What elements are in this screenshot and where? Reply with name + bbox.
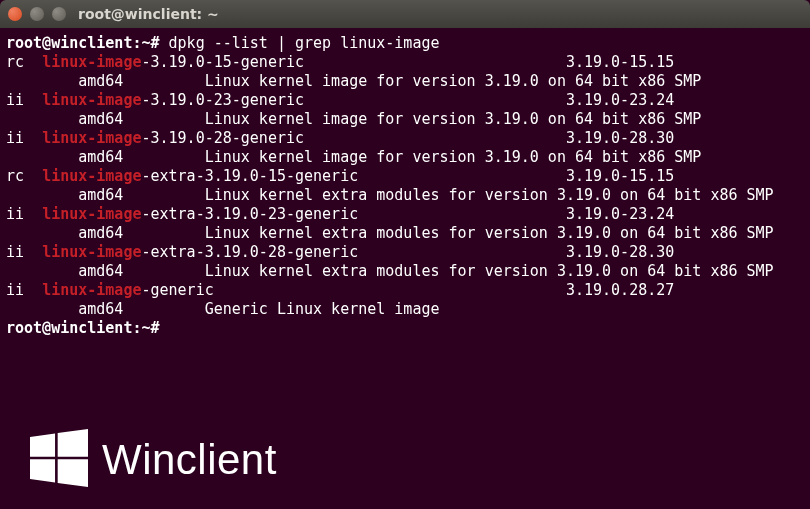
pkg-arch: amd64	[6, 186, 205, 204]
pkg-arch: amd64	[6, 148, 205, 166]
pkg-name-suffix: -3.19.0-23-generic	[141, 91, 565, 109]
watermark: Winclient	[30, 429, 277, 491]
svg-marker-0	[30, 434, 55, 457]
pkg-status: ii	[6, 243, 42, 261]
pkg-name-highlight: linux-image	[42, 281, 141, 299]
package-row: ii linux-image-generic 3.19.0.28.27	[6, 281, 804, 300]
pkg-desc: Generic Linux kernel image	[205, 300, 440, 318]
package-row: rc linux-image-extra-3.19.0-15-generic 3…	[6, 167, 804, 186]
pkg-name-suffix: -3.19.0-28-generic	[141, 129, 565, 147]
package-row: ii linux-image-3.19.0-28-generic 3.19.0-…	[6, 129, 804, 148]
svg-marker-1	[58, 429, 88, 457]
pkg-name-highlight: linux-image	[42, 243, 141, 261]
package-row: ii linux-image-extra-3.19.0-23-generic 3…	[6, 205, 804, 224]
pkg-arch: amd64	[6, 72, 205, 90]
pkg-name-suffix: -3.19.0-15-generic	[141, 53, 565, 71]
pkg-name-highlight: linux-image	[42, 91, 141, 109]
package-row: ii linux-image-extra-3.19.0-28-generic 3…	[6, 243, 804, 262]
pkg-name-suffix: -extra-3.19.0-28-generic	[141, 243, 565, 261]
package-row: ii linux-image-3.19.0-23-generic 3.19.0-…	[6, 91, 804, 110]
prompt-line: root@winclient:~#	[6, 319, 804, 338]
watermark-text: Winclient	[102, 436, 277, 484]
pkg-name-suffix: -extra-3.19.0-23-generic	[141, 205, 565, 223]
pkg-status: ii	[6, 205, 42, 223]
minimize-icon[interactable]	[30, 7, 44, 21]
package-desc-row: amd64 Linux kernel image for version 3.1…	[6, 148, 804, 167]
command-line: root@winclient:~# dpkg --list | grep lin…	[6, 34, 804, 53]
pkg-version: 3.19.0-28.30	[566, 243, 674, 261]
package-desc-row: amd64 Linux kernel image for version 3.1…	[6, 110, 804, 129]
pkg-status: rc	[6, 53, 42, 71]
pkg-desc: Linux kernel extra modules for version 3…	[205, 186, 774, 204]
pkg-status: ii	[6, 91, 42, 109]
maximize-icon[interactable]	[52, 7, 66, 21]
pkg-status: ii	[6, 281, 42, 299]
pkg-version: 3.19.0.28.27	[566, 281, 674, 299]
svg-marker-3	[58, 459, 88, 487]
prompt: root@winclient:~#	[6, 34, 169, 52]
pkg-desc: Linux kernel extra modules for version 3…	[205, 262, 774, 280]
pkg-version: 3.19.0-23.24	[566, 91, 674, 109]
pkg-name-highlight: linux-image	[42, 53, 141, 71]
pkg-version: 3.19.0-15.15	[566, 167, 674, 185]
pkg-arch: amd64	[6, 110, 205, 128]
pkg-desc: Linux kernel image for version 3.19.0 on…	[205, 148, 702, 166]
pkg-arch: amd64	[6, 262, 205, 280]
pkg-name-highlight: linux-image	[42, 129, 141, 147]
package-desc-row: amd64 Linux kernel extra modules for ver…	[6, 224, 804, 243]
titlebar: root@winclient: ~	[0, 0, 810, 28]
pkg-version: 3.19.0-15.15	[566, 53, 674, 71]
package-desc-row: amd64 Linux kernel extra modules for ver…	[6, 262, 804, 281]
close-icon[interactable]	[8, 7, 22, 21]
pkg-name-suffix: -extra-3.19.0-15-generic	[141, 167, 565, 185]
command-text: dpkg --list | grep linux-image	[169, 34, 440, 52]
windows-logo-icon	[30, 429, 88, 491]
pkg-arch: amd64	[6, 300, 205, 318]
pkg-version: 3.19.0-28.30	[566, 129, 674, 147]
pkg-desc: Linux kernel image for version 3.19.0 on…	[205, 110, 702, 128]
pkg-name-highlight: linux-image	[42, 205, 141, 223]
pkg-name-suffix: -generic	[141, 281, 565, 299]
pkg-desc: Linux kernel image for version 3.19.0 on…	[205, 72, 702, 90]
package-desc-row: amd64 Linux kernel image for version 3.1…	[6, 72, 804, 91]
pkg-status: ii	[6, 129, 42, 147]
package-desc-row: amd64 Linux kernel extra modules for ver…	[6, 186, 804, 205]
prompt: root@winclient:~#	[6, 319, 169, 337]
pkg-version: 3.19.0-23.24	[566, 205, 674, 223]
pkg-desc: Linux kernel extra modules for version 3…	[205, 224, 774, 242]
terminal-output[interactable]: root@winclient:~# dpkg --list | grep lin…	[0, 28, 810, 344]
package-desc-row: amd64 Generic Linux kernel image	[6, 300, 804, 319]
package-row: rc linux-image-3.19.0-15-generic 3.19.0-…	[6, 53, 804, 72]
window-title: root@winclient: ~	[78, 6, 219, 22]
svg-marker-2	[30, 459, 55, 482]
pkg-status: rc	[6, 167, 42, 185]
pkg-arch: amd64	[6, 224, 205, 242]
pkg-name-highlight: linux-image	[42, 167, 141, 185]
